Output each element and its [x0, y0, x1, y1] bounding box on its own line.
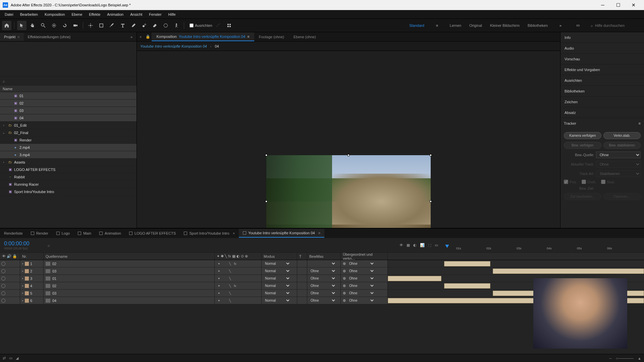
panel-menu-icon[interactable]: ≡: [639, 121, 641, 129]
home-tool[interactable]: [2, 21, 11, 30]
trackmatte-dropdown[interactable]: Ohne: [309, 269, 336, 273]
zoom-out-icon[interactable]: ─: [609, 356, 612, 360]
anchor-tool[interactable]: [86, 21, 95, 30]
ws-opts-icon[interactable]: ≡: [432, 21, 442, 30]
project-item[interactable]: ▸3.mp4: [0, 151, 137, 159]
ws-expand-icon[interactable]: ▭: [573, 21, 583, 30]
mode-dropdown[interactable]: Normal: [264, 261, 290, 266]
help-search[interactable]: ⌕: [591, 23, 642, 27]
maximize-button[interactable]: ☐: [610, 0, 626, 10]
text-tool[interactable]: [118, 21, 127, 30]
menu-animation[interactable]: Animation: [104, 11, 127, 18]
toggle-switches-icon[interactable]: ⇄: [3, 356, 6, 360]
btn-verkn-stab[interactable]: Verkn.stab.: [603, 132, 641, 139]
sel-handle-n[interactable]: [347, 154, 350, 156]
visibility-toggle[interactable]: [1, 277, 5, 281]
parent-dropdown[interactable]: Ohne: [348, 276, 375, 281]
panel-info[interactable]: Info: [560, 32, 644, 43]
ws-original[interactable]: Original: [469, 23, 482, 27]
visibility-toggle[interactable]: [1, 291, 5, 295]
menu-effekte[interactable]: Effekte: [86, 11, 104, 18]
layer-clip[interactable]: [444, 283, 490, 289]
menu-hilfe[interactable]: Hilfe: [165, 11, 179, 18]
layer-row[interactable]: ▸1 02 ✦╲fx Normal ⊚Ohne: [0, 260, 644, 267]
graph-icon[interactable]: 📊: [420, 243, 425, 247]
menu-ansicht[interactable]: Ansicht: [127, 11, 146, 18]
zoom-in-icon[interactable]: ▲: [638, 356, 641, 360]
mode-dropdown[interactable]: Normal: [264, 269, 290, 273]
snap-opts-icon[interactable]: ⋰: [214, 21, 223, 30]
btn-kamera-verfolgen[interactable]: Kamera verfolgen: [564, 132, 601, 139]
visibility-toggle[interactable]: [1, 269, 5, 273]
mode-dropdown[interactable]: Normal: [264, 276, 290, 281]
ws-bibliotheken[interactable]: Bibliotheken: [528, 23, 548, 27]
selection-tool[interactable]: [17, 21, 26, 30]
timeline-tab[interactable]: Renderliste: [0, 229, 27, 237]
layer-clip[interactable]: [493, 268, 644, 274]
layer-clip[interactable]: [444, 261, 490, 266]
camera-tool[interactable]: [71, 21, 80, 30]
timeline-tab[interactable]: Youtube Intro verknüpfte Komposition 04≡: [239, 229, 324, 238]
trackmatte-dropdown[interactable]: Ohne: [309, 284, 336, 288]
zoom-slider[interactable]: ○──────: [616, 356, 634, 360]
project-item[interactable]: ▣Sport Intro/Youtube Intro: [0, 188, 137, 195]
timeline-tab[interactable]: LOGO AFTER EFFECTS: [125, 229, 180, 237]
orbit-tool[interactable]: [49, 21, 59, 30]
sel-handle-e[interactable]: [430, 200, 432, 202]
flow-link[interactable]: Youtube Intro verknüpfte Komposition 04: [140, 44, 207, 48]
src-dropdown[interactable]: Ohne: [596, 152, 641, 158]
shy-icon[interactable]: 👁: [399, 243, 403, 247]
toggle-in-out-icon[interactable]: ◢: [16, 356, 18, 360]
menu-datei[interactable]: Datei: [1, 11, 17, 18]
tab-komposition[interactable]: Komposition Youtube Intro verknüpfte Kom…: [152, 33, 254, 41]
parent-dropdown[interactable]: Ohne: [348, 291, 375, 295]
project-item[interactable]: ▣03: [0, 107, 137, 114]
mode-dropdown[interactable]: Normal: [264, 298, 290, 303]
timeline-tab[interactable]: Logo: [52, 229, 74, 237]
ws-standard[interactable]: Standard: [409, 23, 424, 27]
eraser-tool[interactable]: [150, 21, 160, 30]
project-item[interactable]: ▫Rabbit: [0, 173, 137, 181]
puppet-tool[interactable]: [172, 21, 181, 30]
snap-view-icon[interactable]: [224, 21, 234, 30]
panel-bibliotheken[interactable]: Bibliotheken: [560, 86, 644, 97]
frame-blend-icon[interactable]: ▦: [407, 243, 410, 247]
timeline-tab[interactable]: Sport Intro/Youtube Intro×: [180, 229, 239, 237]
tab-projekt[interactable]: Projekt≡: [0, 33, 24, 41]
toggle-modes-icon[interactable]: ▭: [9, 356, 12, 360]
zoom-tool[interactable]: [39, 21, 48, 30]
sel-handle-w[interactable]: [265, 200, 267, 202]
panel-ausrichten[interactable]: Ausrichten: [560, 75, 644, 86]
project-item[interactable]: ⌄🗀02_Final: [0, 129, 137, 136]
trackmatte-dropdown[interactable]: [309, 261, 336, 266]
panel-effekte[interactable]: Effekte und Vorgaben: [560, 64, 644, 75]
panel-zeichen[interactable]: Zeichen: [560, 97, 644, 107]
trackmatte-dropdown[interactable]: Ohne: [309, 291, 336, 295]
snap-checkbox[interactable]: Ausrichten: [190, 23, 212, 27]
comp-tab-close[interactable]: ×: [137, 33, 144, 41]
hand-tool[interactable]: [28, 21, 37, 30]
tab-effekteinstellungen[interactable]: Effekteinstellungen (ohne): [24, 33, 75, 41]
menu-fenster[interactable]: Fenster: [146, 11, 165, 18]
timeline-tab[interactable]: Render: [27, 229, 52, 237]
panel-audio[interactable]: Audio: [560, 43, 644, 54]
menu-bearbeiten[interactable]: Bearbeiten: [17, 11, 41, 18]
minimize-button[interactable]: ─: [595, 0, 610, 10]
ws-lernen[interactable]: Lernen: [450, 23, 461, 27]
layer-clip[interactable]: [388, 276, 441, 281]
project-item[interactable]: ▣LOGO AFTER EFFECTS: [0, 166, 137, 173]
tab-footage[interactable]: Footage (ohne): [254, 33, 289, 41]
trackmatte-dropdown[interactable]: Ohne: [309, 276, 336, 281]
project-item[interactable]: ▣04: [0, 114, 137, 122]
sel-handle-nw[interactable]: [265, 154, 267, 156]
ws-overflow-icon[interactable]: »: [556, 21, 565, 30]
shape-tool[interactable]: [97, 21, 106, 30]
mode-dropdown[interactable]: Normal: [264, 291, 290, 295]
panel-overflow-icon[interactable]: »: [126, 33, 137, 41]
rotate-tool[interactable]: [60, 21, 69, 30]
menu-komposition[interactable]: Komposition: [41, 11, 68, 18]
parent-dropdown[interactable]: Ohne: [348, 284, 375, 288]
timeline-search-icon[interactable]: ⌕: [44, 243, 54, 247]
pen-tool[interactable]: [107, 21, 117, 30]
tab-ebene[interactable]: Ebene (ohne): [289, 33, 321, 41]
